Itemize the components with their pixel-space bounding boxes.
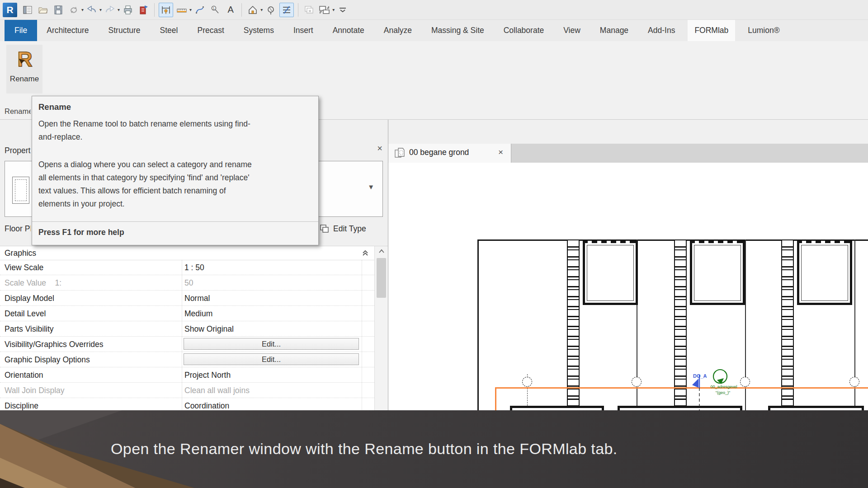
ribbon-tab-manage[interactable]: Manage (593, 20, 635, 41)
property-value[interactable]: Show Original (184, 324, 234, 334)
revit-logo[interactable]: R (3, 3, 17, 17)
toolbar-separator (154, 3, 155, 17)
undo-icon[interactable] (85, 3, 99, 17)
thin-lines-icon[interactable] (279, 3, 294, 17)
measure-icon[interactable] (175, 3, 189, 17)
grid-column-divider (182, 260, 182, 411)
ribbon-tab-systems[interactable]: Systems (237, 20, 281, 41)
scroll-up-icon[interactable] (375, 246, 388, 256)
view-tab[interactable]: 00 begane grond × (388, 144, 511, 163)
properties-palette-icon[interactable] (21, 3, 34, 17)
ribbon-tab-massing-site[interactable]: Massing & Site (425, 20, 491, 41)
grid-column-divider (362, 260, 362, 411)
ribbon-tab-lumion-[interactable]: Lumion® (741, 20, 786, 41)
tooltip-help-hint: Press F1 for more help (38, 228, 124, 237)
drawing-canvas[interactable]: DO_A 00_adresgevel "(geo_)" (388, 163, 868, 410)
edit-type-label: Edit Type (333, 224, 366, 234)
edit-type-button[interactable]: Edit Type (319, 221, 382, 236)
property-value: 50 (184, 278, 193, 288)
switch-windows-icon[interactable] (318, 3, 331, 17)
open-icon[interactable] (36, 3, 50, 17)
property-label: Orientation (5, 371, 43, 380)
property-label: Detail Level (5, 309, 46, 319)
collapse-section-icon[interactable] (362, 249, 369, 257)
redo-icon[interactable] (103, 3, 117, 17)
floor-plan-icon (394, 147, 406, 159)
save-icon[interactable] (52, 3, 65, 17)
undo-dropdown-icon[interactable]: ▾ (99, 7, 102, 12)
property-label: Display Model (5, 294, 54, 303)
home-dropdown-icon[interactable]: ▾ (260, 7, 263, 12)
home-icon[interactable] (246, 3, 259, 17)
properties-grid: Graphics View Scale1 : 50Scale Value 1:5… (0, 246, 388, 411)
spline-icon[interactable] (193, 3, 207, 17)
text-icon[interactable]: A (224, 3, 237, 17)
property-label: Wall Join Display (5, 386, 65, 395)
ribbon-panel-label: Rename (5, 107, 31, 117)
graphics-section-header[interactable]: Graphics (0, 246, 374, 260)
ribbon-tab-view[interactable]: View (557, 20, 587, 41)
section-marker-icon[interactable] (264, 3, 278, 17)
annotation-text: 00_adresgevel (710, 385, 737, 389)
ribbon-tab-add-ins[interactable]: Add-Ins (641, 20, 682, 41)
ribbon-tab-collaborate[interactable]: Collaborate (497, 20, 551, 41)
property-value[interactable]: Medium (184, 309, 212, 319)
close-hidden-windows-icon[interactable] (302, 3, 316, 17)
rename-icon: R (13, 47, 36, 72)
properties-title: Properties (5, 146, 31, 155)
tooltip-summary: Open the Rename tool to batch rename ele… (38, 117, 312, 144)
property-row: OrientationProject North (0, 367, 374, 383)
ribbon-tab-architecture[interactable]: Architecture (40, 20, 95, 41)
view-tab-bar: 00 begane grond × (388, 144, 868, 163)
ribbon-tab-structure[interactable]: Structure (102, 20, 147, 41)
aligned-dimension-icon[interactable] (159, 3, 173, 17)
view-tab-close-icon[interactable]: × (498, 147, 503, 157)
element-kind-label: Floor Plan (5, 224, 31, 234)
customize-qat-icon[interactable] (336, 3, 349, 17)
ribbon-tab-bar: FileArchitectureStructureSteelPrecastSys… (0, 20, 868, 41)
properties-close-icon[interactable]: × (374, 143, 385, 154)
rename-tooltip: Rename Open the Rename tool to batch ren… (32, 96, 319, 245)
scrollbar-thumb[interactable] (377, 258, 386, 298)
property-label: View Scale (5, 263, 43, 272)
property-value[interactable]: Normal (184, 294, 210, 303)
ribbon-tab-insert[interactable]: Insert (287, 20, 320, 41)
ribbon-tab-annotate[interactable]: Annotate (326, 20, 371, 41)
rename-button[interactable]: R Rename (6, 45, 42, 94)
ribbon-tab-analyze[interactable]: Analyze (377, 20, 419, 41)
transfer-standards-icon[interactable] (137, 3, 150, 17)
toolbar-separator (298, 3, 298, 17)
type-selector-dropdown-icon[interactable]: ▼ (368, 183, 374, 191)
room-outline (690, 241, 745, 305)
annotation-cluster: DO_A 00_adresgevel "(geo_)" (660, 364, 755, 410)
property-row: View Scale1 : 50 (0, 260, 374, 275)
property-value: Clean all wall joins (184, 386, 250, 395)
annotation-text: "(geo_)" (716, 390, 730, 395)
svg-text:1: 1 (213, 6, 215, 10)
property-label: Graphic Display Options (5, 355, 90, 365)
ribbon-tab-formlab[interactable]: FORMlab (688, 20, 735, 41)
ribbon-tab-file[interactable]: File (5, 20, 37, 41)
print-icon[interactable] (121, 3, 135, 17)
caption-banner: Open the Renamer window with the Rename … (0, 410, 868, 488)
property-row: Display ModelNormal (0, 291, 374, 306)
properties-scrollbar[interactable] (374, 246, 388, 411)
property-edit-button[interactable]: Edit... (184, 338, 359, 350)
property-value[interactable]: Coordination (184, 401, 229, 411)
room-outline (510, 406, 604, 410)
redo-dropdown-icon[interactable]: ▾ (118, 7, 120, 12)
property-edit-button[interactable]: Edit... (184, 353, 359, 365)
measure-dropdown-icon[interactable]: ▾ (189, 7, 192, 12)
selected-scope-line[interactable] (495, 387, 496, 410)
sync-icon[interactable] (67, 3, 80, 17)
tag-icon[interactable]: 1 (208, 3, 222, 17)
ribbon-tab-precast[interactable]: Precast (190, 20, 231, 41)
revit-window: R ▾ ▾ ▾ ▾ (0, 0, 868, 488)
ribbon-tab-steel[interactable]: Steel (153, 20, 185, 41)
sync-dropdown-icon[interactable]: ▾ (81, 7, 84, 12)
property-value[interactable]: 1 : 50 (184, 263, 204, 272)
block-wall (781, 239, 794, 410)
property-value[interactable]: Project North (184, 371, 231, 380)
property-row: Visibility/Graphics OverridesEdit... (0, 337, 374, 352)
switch-windows-dropdown-icon[interactable]: ▾ (332, 7, 335, 12)
